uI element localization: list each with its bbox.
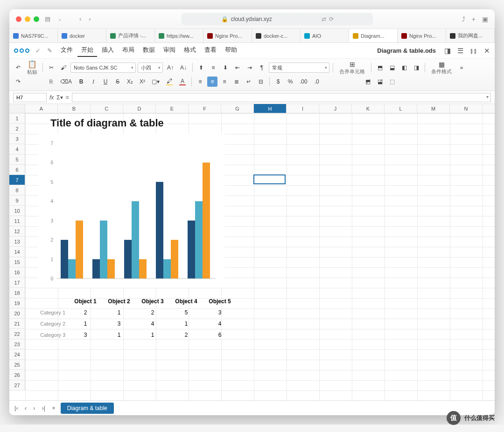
- indent-increase-button[interactable]: ⇥: [245, 63, 255, 73]
- share-icon[interactable]: ⤴: [462, 15, 465, 23]
- text-direction-button[interactable]: ¶: [257, 63, 267, 73]
- row-header[interactable]: 11: [9, 216, 25, 226]
- currency-button[interactable]: $: [273, 77, 283, 87]
- font-color-button[interactable]: A: [177, 77, 188, 87]
- border-button[interactable]: ▢▾: [149, 77, 162, 87]
- row-header[interactable]: 3: [9, 134, 25, 144]
- menu-插入[interactable]: 插入: [98, 44, 118, 57]
- sidebar-toggle-icon[interactable]: ▤: [43, 15, 52, 22]
- row-header[interactable]: 26: [9, 370, 25, 380]
- merge-cells-label[interactable]: 合并单元格: [339, 68, 365, 75]
- increase-font-button[interactable]: A↑: [165, 63, 176, 73]
- font-size-select[interactable]: 小四: [138, 63, 163, 73]
- select-all-corner[interactable]: [9, 104, 25, 113]
- decrease-font-button[interactable]: A↓: [178, 63, 189, 73]
- row-header[interactable]: 17: [9, 278, 25, 288]
- percent-button[interactable]: %: [285, 77, 295, 87]
- column-header[interactable]: B: [58, 104, 91, 113]
- cell-size-button[interactable]: ⬚: [387, 77, 398, 87]
- row-header[interactable]: 6: [9, 165, 25, 175]
- align-center-button[interactable]: ≡: [207, 77, 217, 87]
- row-header[interactable]: 16: [9, 267, 25, 278]
- highlight-color-button[interactable]: 🖍: [164, 77, 175, 87]
- menu-审阅[interactable]: 审阅: [160, 44, 179, 57]
- next-sheet-button[interactable]: ›: [32, 404, 36, 411]
- indent-decrease-button[interactable]: ⇤: [232, 63, 243, 73]
- insert-col-right-button[interactable]: ◨: [411, 63, 421, 73]
- column-header[interactable]: E: [156, 104, 189, 113]
- delete-col-button[interactable]: ⬓̸: [375, 77, 385, 87]
- style-select[interactable]: 常规: [269, 63, 329, 73]
- reload-icon[interactable]: ⟳: [329, 16, 334, 22]
- check-icon[interactable]: ✓: [34, 47, 42, 54]
- row-header[interactable]: 13: [9, 237, 25, 247]
- row-header[interactable]: 14: [9, 247, 25, 257]
- undo-button[interactable]: ↶: [13, 63, 23, 73]
- column-header[interactable]: N: [450, 104, 483, 113]
- superscript-button[interactable]: X²: [137, 77, 147, 87]
- new-tab-icon[interactable]: +: [472, 15, 476, 23]
- menu-帮助[interactable]: 帮助: [221, 44, 241, 57]
- row-header[interactable]: 22: [9, 329, 25, 339]
- close-app-icon[interactable]: ✕: [484, 47, 490, 55]
- selected-cell[interactable]: [253, 174, 286, 184]
- wrap-text-button[interactable]: ↵: [244, 77, 254, 87]
- menu-文件[interactable]: 文件: [57, 44, 77, 57]
- column-header[interactable]: A: [25, 104, 58, 113]
- prev-sheet-button[interactable]: ‹: [23, 404, 28, 411]
- row-header[interactable]: 2: [9, 124, 25, 134]
- more-button[interactable]: »: [456, 63, 467, 73]
- row-header[interactable]: 5: [9, 154, 25, 165]
- close-window-button[interactable]: [16, 16, 21, 22]
- row-header[interactable]: 1: [9, 113, 25, 124]
- dropdown-icon[interactable]: ⌄: [56, 16, 63, 21]
- underline-button[interactable]: U: [100, 77, 111, 87]
- translate-icon[interactable]: ⇄: [322, 16, 326, 22]
- browser-tab[interactable]: docker-c...: [252, 29, 301, 42]
- first-sheet-button[interactable]: |‹: [13, 404, 20, 411]
- align-justify-button[interactable]: ≣: [231, 77, 242, 87]
- maximize-window-button[interactable]: [34, 16, 39, 22]
- browser-tab[interactable]: https://ww...: [155, 29, 203, 42]
- add-sheet-button[interactable]: +: [50, 404, 57, 411]
- menu-数据[interactable]: 数据: [139, 44, 159, 57]
- cond-format-label[interactable]: 条件格式: [431, 68, 452, 75]
- row-header[interactable]: 23: [9, 339, 25, 349]
- layout-panel-icon[interactable]: ◨: [444, 47, 451, 55]
- column-header[interactable]: F: [189, 104, 221, 113]
- column-header[interactable]: J: [319, 104, 352, 113]
- browser-tab[interactable]: Nginx Pro...: [398, 29, 446, 42]
- cut-button[interactable]: ✂: [46, 63, 56, 73]
- tabs-overview-icon[interactable]: ▣: [482, 15, 488, 23]
- menu-查看[interactable]: 查看: [201, 44, 220, 57]
- decimal-dec-button[interactable]: .0: [312, 77, 322, 87]
- row-header[interactable]: 21: [9, 319, 25, 329]
- insert-row-above-button[interactable]: ⬒: [375, 63, 385, 73]
- menu-布局[interactable]: 布局: [119, 44, 138, 57]
- forward-button[interactable]: ›: [87, 15, 92, 22]
- copy-button[interactable]: ⎘: [46, 77, 56, 87]
- browser-tab[interactable]: AIO: [301, 29, 349, 42]
- row-header[interactable]: 7: [9, 175, 25, 185]
- column-header[interactable]: G: [221, 104, 254, 113]
- column-header[interactable]: M: [417, 104, 450, 113]
- menu-格式[interactable]: 格式: [180, 44, 200, 57]
- delete-row-button[interactable]: ⬒̸: [363, 77, 373, 87]
- row-header[interactable]: 12: [9, 226, 25, 237]
- font-family-select[interactable]: Noto Sans CJK SC: [70, 63, 136, 73]
- merge-button[interactable]: ⊟: [256, 77, 266, 87]
- row-header[interactable]: 25: [9, 360, 25, 370]
- row-header[interactable]: 8: [9, 185, 25, 195]
- back-button[interactable]: ‹: [77, 15, 83, 22]
- controls-icon[interactable]: ⫿⫿: [470, 47, 477, 55]
- italic-button[interactable]: I: [88, 77, 98, 87]
- redo-button[interactable]: ↷: [13, 77, 23, 87]
- sheet-tab[interactable]: Diagram & table: [61, 403, 114, 414]
- minimize-window-button[interactable]: [25, 16, 30, 22]
- formula-input[interactable]: [72, 93, 491, 102]
- cell-grid[interactable]: Title of diagram & table01234567Object 1…: [25, 113, 495, 400]
- format-painter-button[interactable]: 🖌: [58, 63, 69, 73]
- list-icon[interactable]: ☰: [457, 47, 463, 55]
- column-header[interactable]: H: [254, 104, 287, 113]
- decimal-inc-button[interactable]: .00: [297, 77, 310, 87]
